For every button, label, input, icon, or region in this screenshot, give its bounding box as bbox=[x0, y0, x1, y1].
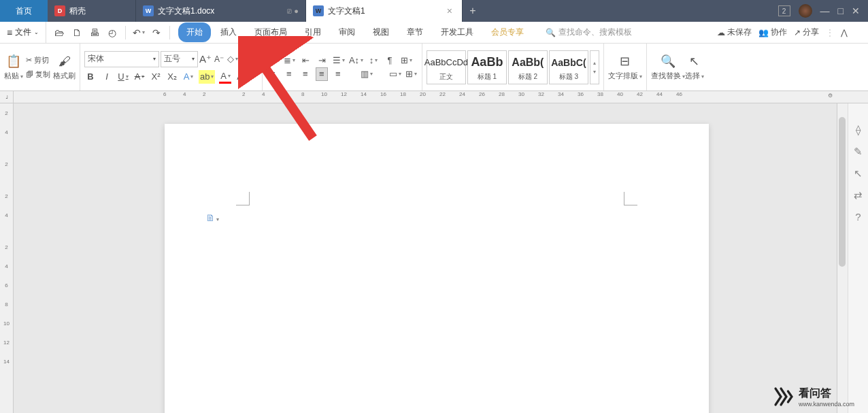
shading-button[interactable]: ▭ bbox=[389, 67, 401, 81]
print-icon[interactable]: 🖶 bbox=[87, 25, 102, 40]
word-icon: W bbox=[313, 5, 324, 16]
text-effects-button[interactable]: A bbox=[182, 70, 195, 84]
horizontal-ruler[interactable]: ˩ 64224681012141618202224262830323436384… bbox=[0, 91, 868, 103]
redo-button[interactable]: ↷ bbox=[149, 25, 164, 40]
tab-references[interactable]: 引用 bbox=[297, 22, 329, 42]
justify-button[interactable]: ≡ bbox=[316, 67, 328, 81]
search-box[interactable]: 🔍 查找命令、搜索模板 bbox=[546, 27, 632, 38]
phonetic-button[interactable]: wén bbox=[240, 52, 258, 66]
right-sidebar: ⟠ ✎ ↖ ⇄ ? bbox=[848, 103, 868, 413]
preview-icon[interactable]: ◴ bbox=[105, 25, 120, 40]
tab-selector[interactable]: ˩ bbox=[0, 91, 14, 103]
font-color-button[interactable]: A bbox=[219, 70, 231, 84]
rocket-icon[interactable]: ⟠ bbox=[856, 124, 861, 136]
text-layout-button[interactable]: ⊟ 文字排版 bbox=[608, 53, 642, 81]
bullets-button[interactable]: ≔ bbox=[267, 54, 280, 67]
select-button[interactable]: ↖ 选择 bbox=[685, 53, 704, 81]
ruler-settings-icon[interactable]: ⚙ bbox=[828, 93, 833, 99]
collab-button[interactable]: 👥协作 bbox=[758, 27, 787, 38]
titlebar-right: 2 — □ ✕ bbox=[778, 4, 868, 18]
document-area[interactable]: 🗎 bbox=[14, 103, 837, 413]
subscript-button[interactable]: X₂ bbox=[166, 70, 178, 84]
style-normal[interactable]: AaBbCcDd 正文 bbox=[427, 50, 466, 84]
cut-button[interactable]: ✂剪切 bbox=[26, 54, 50, 66]
avatar[interactable] bbox=[799, 4, 812, 18]
tab-home[interactable]: 首页 bbox=[0, 0, 48, 22]
tab-review[interactable]: 审阅 bbox=[331, 22, 363, 42]
new-tab-button[interactable]: + bbox=[463, 5, 483, 17]
distribute-button[interactable]: ≡ bbox=[332, 67, 344, 81]
style-gallery-handle[interactable]: ▴▾ bbox=[590, 50, 599, 84]
highlight-button[interactable]: ab bbox=[199, 70, 215, 84]
tab-view[interactable]: 视图 bbox=[365, 22, 397, 42]
close-icon[interactable]: × bbox=[444, 5, 455, 16]
settings-icon[interactable]: ⇄ bbox=[854, 189, 863, 201]
pen-icon[interactable]: ✎ bbox=[854, 146, 863, 158]
style-heading2[interactable]: AaBb( 标题 2 bbox=[508, 50, 548, 84]
clear-format-button[interactable]: ◇ bbox=[227, 52, 239, 66]
paste-button[interactable]: 📋 粘贴 bbox=[4, 53, 23, 81]
bold-button[interactable]: B bbox=[84, 70, 97, 84]
font-size-select[interactable]: 五号▾ bbox=[161, 51, 198, 67]
maximize-button[interactable]: □ bbox=[838, 5, 844, 16]
style-heading1[interactable]: AaBb 标题 1 bbox=[467, 50, 507, 84]
pointer-icon[interactable]: ↖ bbox=[854, 167, 863, 180]
tab-monitor-icon[interactable]: ⎚ ● bbox=[287, 7, 299, 15]
increase-indent-button[interactable]: ⇥ bbox=[316, 54, 329, 67]
tab-doc2-active[interactable]: W 文字文稿1 × bbox=[306, 0, 463, 22]
sort-button[interactable]: A↕ bbox=[349, 54, 363, 67]
line-spacing-button[interactable]: ↕ bbox=[367, 54, 380, 67]
share-button[interactable]: ↗分享 bbox=[794, 27, 819, 38]
tabs-button[interactable]: ⊞ bbox=[400, 54, 412, 67]
superscript-button[interactable]: X² bbox=[150, 70, 162, 84]
print-preview-icon[interactable]: 🗋 bbox=[69, 25, 84, 40]
cloud-icon: ☁ bbox=[717, 28, 725, 37]
show-formatting-button[interactable]: ¶ bbox=[384, 54, 396, 67]
copy-button[interactable]: 🗐复制 bbox=[26, 68, 50, 80]
page-options-icon[interactable]: 🗎 bbox=[205, 212, 219, 223]
unsaved-button[interactable]: ☁未保存 bbox=[717, 27, 752, 38]
watermark-brand: 看问答 bbox=[799, 386, 854, 401]
tab-member[interactable]: 会员专享 bbox=[483, 22, 532, 42]
tab-daoke[interactable]: D 稻壳 bbox=[48, 0, 136, 22]
format-painter-button[interactable]: 🖌 格式刷 bbox=[53, 53, 76, 81]
text-direction-button[interactable]: ☰ bbox=[333, 54, 345, 67]
page[interactable]: 🗎 bbox=[165, 124, 709, 413]
align-right-button[interactable]: ≡ bbox=[299, 67, 312, 81]
italic-button[interactable]: I bbox=[101, 70, 113, 84]
align-left-button[interactable]: ≡ bbox=[267, 67, 279, 81]
tab-sections[interactable]: 章节 bbox=[399, 22, 431, 42]
file-menu[interactable]: 文件 ⌄ bbox=[0, 27, 46, 38]
borders-button[interactable]: ⊞ bbox=[405, 67, 418, 81]
tab-doc1[interactable]: W 文字文稿1.docx ⎚ ● bbox=[136, 0, 306, 22]
save-icon[interactable]: 🗁 bbox=[52, 25, 67, 40]
help-icon[interactable]: ? bbox=[855, 211, 861, 222]
minimize-button[interactable]: — bbox=[820, 5, 830, 16]
collapse-ribbon-button[interactable]: ⋀ bbox=[841, 28, 848, 37]
vertical-ruler[interactable]: 242242468101214 bbox=[0, 103, 14, 413]
underline-button[interactable]: U bbox=[117, 70, 129, 84]
close-button[interactable]: ✕ bbox=[852, 5, 860, 16]
style-heading3[interactable]: AaBbC( 标题 3 bbox=[549, 50, 588, 84]
find-replace-button[interactable]: 🔍 查找替换 bbox=[651, 53, 685, 81]
undo-button[interactable]: ↶ bbox=[131, 25, 146, 40]
decrease-font-button[interactable]: A⁻ bbox=[213, 52, 225, 66]
strikethrough-button[interactable]: A bbox=[133, 70, 146, 84]
char-shading-button[interactable]: A bbox=[235, 70, 248, 84]
numbering-button[interactable]: ≣ bbox=[284, 54, 296, 67]
ribbon-tabs: 开始 插入 页面布局 引用 审阅 视图 章节 开发工具 会员专享 bbox=[178, 22, 532, 42]
align-center-button[interactable]: ≡ bbox=[283, 67, 295, 81]
tab-start[interactable]: 开始 bbox=[178, 22, 211, 42]
columns-button[interactable]: ▥ bbox=[361, 67, 373, 81]
increase-font-button[interactable]: A⁺ bbox=[199, 52, 212, 66]
vertical-scrollbar[interactable] bbox=[837, 103, 848, 413]
notification-badge[interactable]: 2 bbox=[778, 5, 790, 16]
decrease-indent-button[interactable]: ⇤ bbox=[300, 54, 312, 67]
tab-page-layout[interactable]: 页面布局 bbox=[246, 22, 295, 42]
tab-insert[interactable]: 插入 bbox=[212, 22, 245, 42]
tab-developer[interactable]: 开发工具 bbox=[433, 22, 482, 42]
text-layout-icon: ⊟ bbox=[617, 53, 633, 69]
search-placeholder: 查找命令、搜索模板 bbox=[558, 27, 632, 38]
font-name-select[interactable]: 宋体▾ bbox=[84, 51, 159, 67]
scroll-thumb[interactable] bbox=[839, 117, 846, 267]
